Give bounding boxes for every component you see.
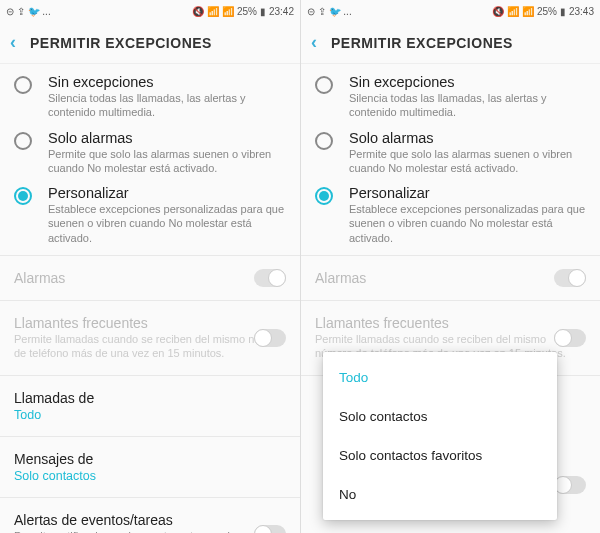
messages-from-row[interactable]: Mensajes de Solo contactos <box>0 441 300 493</box>
msgs-label: Mensajes de <box>14 451 286 467</box>
radio-desc: Permite que solo las alarmas suenen o vi… <box>48 147 286 176</box>
radio-personalize[interactable]: Personalizar Establece excepciones perso… <box>0 181 300 251</box>
alarms-row: Alarmas <box>0 260 300 296</box>
events-label: Alertas de eventos/tareas <box>14 512 286 528</box>
frequent-callers-row: Llamantes frecuentes Permite llamadas cu… <box>0 305 300 371</box>
radio-text: Solo alarmas Permite que solo las alarma… <box>349 130 586 176</box>
page-title: PERMITIR EXCEPCIONES <box>331 35 513 51</box>
alarms-toggle <box>554 269 586 287</box>
status-left-icons: ⊝ ⇪ 🐦 ... <box>6 6 51 17</box>
status-right: 🔇 📶 📶 25% ▮ 23:43 <box>492 6 594 17</box>
radio-desc: Establece excepciones personalizadas par… <box>48 202 286 245</box>
dropdown-option-no[interactable]: No <box>323 475 557 514</box>
radio-text: Sin excepciones Silencia todas las llama… <box>349 74 586 120</box>
radio-desc: Establece excepciones personalizadas par… <box>349 202 586 245</box>
mute-icon: 🔇 <box>492 6 504 17</box>
status-bar: ⊝ ⇪ 🐦 ... 🔇 📶 📶 25% ▮ 23:42 <box>0 0 300 22</box>
header: ‹ PERMITIR EXCEPCIONES <box>0 22 300 64</box>
calls-from-row[interactable]: Llamadas de Todo <box>0 380 300 432</box>
battery-pct: 25% <box>537 6 557 17</box>
radio-title: Sin excepciones <box>48 74 286 90</box>
signal-icon: 📶 <box>522 6 534 17</box>
calls-value: Todo <box>14 408 286 422</box>
radio-desc: Silencia todas las llamadas, las alertas… <box>48 91 286 120</box>
page-title: PERMITIR EXCEPCIONES <box>30 35 212 51</box>
radio-icon[interactable] <box>14 132 32 150</box>
radio-icon[interactable] <box>315 132 333 150</box>
freq-label: Llamantes frecuentes <box>14 315 286 331</box>
radio-title: Sin excepciones <box>349 74 586 90</box>
radio-icon[interactable] <box>315 76 333 94</box>
radio-text: Personalizar Establece excepciones perso… <box>48 185 286 245</box>
back-icon[interactable]: ‹ <box>10 32 16 53</box>
radio-only-alarms[interactable]: Solo alarmas Permite que solo las alarma… <box>301 126 600 182</box>
phone-right: ⊝ ⇪ 🐦 ... 🔇 📶 📶 25% ▮ 23:43 ‹ PERMITIR E… <box>300 0 600 533</box>
msgs-value: Solo contactos <box>14 469 286 483</box>
radio-desc: Permite que solo las alarmas suenen o vi… <box>349 147 586 176</box>
notif-icons: ⊝ ⇪ 🐦 ... <box>6 6 51 17</box>
freq-toggle <box>554 329 586 347</box>
battery-icon: ▮ <box>560 6 566 17</box>
radio-icon[interactable] <box>14 187 32 205</box>
divider <box>301 255 600 256</box>
phone-left: ⊝ ⇪ 🐦 ... 🔇 📶 📶 25% ▮ 23:42 ‹ PERMITIR E… <box>0 0 300 533</box>
radio-text: Personalizar Establece excepciones perso… <box>349 185 586 245</box>
calls-from-dropdown: Todo Solo contactos Solo contactos favor… <box>323 352 557 520</box>
radio-title: Personalizar <box>349 185 586 201</box>
signal-icon: 📶 <box>222 6 234 17</box>
alarms-toggle <box>254 269 286 287</box>
divider <box>0 255 300 256</box>
divider <box>0 497 300 498</box>
header: ‹ PERMITIR EXCEPCIONES <box>301 22 600 64</box>
alarms-row: Alarmas <box>301 260 600 296</box>
status-right: 🔇 📶 📶 25% ▮ 23:42 <box>192 6 294 17</box>
alarms-label: Alarmas <box>14 270 286 286</box>
radio-title: Solo alarmas <box>48 130 286 146</box>
freq-label: Llamantes frecuentes <box>315 315 586 331</box>
freq-desc: Permite llamadas cuando se reciben del m… <box>14 332 286 361</box>
divider <box>0 375 300 376</box>
freq-toggle <box>254 329 286 347</box>
events-toggle <box>554 476 586 494</box>
radio-text: Solo alarmas Permite que solo las alarma… <box>48 130 286 176</box>
notif-icons: ⊝ ⇪ 🐦 ... <box>307 6 352 17</box>
back-icon[interactable]: ‹ <box>311 32 317 53</box>
wifi-icon: 📶 <box>207 6 219 17</box>
radio-title: Personalizar <box>48 185 286 201</box>
radio-text: Sin excepciones Silencia todas las llama… <box>48 74 286 120</box>
dropdown-option-solo-contactos[interactable]: Solo contactos <box>323 397 557 436</box>
battery-icon: ▮ <box>260 6 266 17</box>
calls-label: Llamadas de <box>14 390 286 406</box>
events-alerts-row[interactable]: Alertas de eventos/tareas Permite notifi… <box>0 502 300 533</box>
radio-no-exceptions[interactable]: Sin excepciones Silencia todas las llama… <box>301 64 600 126</box>
status-left-icons: ⊝ ⇪ 🐦 ... <box>307 6 352 17</box>
content: Sin excepciones Silencia todas las llama… <box>0 64 300 533</box>
status-bar: ⊝ ⇪ 🐦 ... 🔇 📶 📶 25% ▮ 23:43 <box>301 0 600 22</box>
clock: 23:43 <box>569 6 594 17</box>
radio-personalize[interactable]: Personalizar Establece excepciones perso… <box>301 181 600 251</box>
radio-icon[interactable] <box>14 76 32 94</box>
events-toggle[interactable] <box>254 525 286 533</box>
radio-desc: Silencia todas las llamadas, las alertas… <box>349 91 586 120</box>
wifi-icon: 📶 <box>507 6 519 17</box>
divider <box>0 436 300 437</box>
mute-icon: 🔇 <box>192 6 204 17</box>
clock: 23:42 <box>269 6 294 17</box>
divider <box>301 300 600 301</box>
events-desc: Permite notificaciones de eventos y tare… <box>14 529 286 533</box>
dropdown-option-solo-favoritos[interactable]: Solo contactos favoritos <box>323 436 557 475</box>
radio-only-alarms[interactable]: Solo alarmas Permite que solo las alarma… <box>0 126 300 182</box>
dropdown-option-todo[interactable]: Todo <box>323 358 557 397</box>
alarms-label: Alarmas <box>315 270 586 286</box>
radio-title: Solo alarmas <box>349 130 586 146</box>
radio-icon[interactable] <box>315 187 333 205</box>
battery-pct: 25% <box>237 6 257 17</box>
radio-no-exceptions[interactable]: Sin excepciones Silencia todas las llama… <box>0 64 300 126</box>
divider <box>0 300 300 301</box>
